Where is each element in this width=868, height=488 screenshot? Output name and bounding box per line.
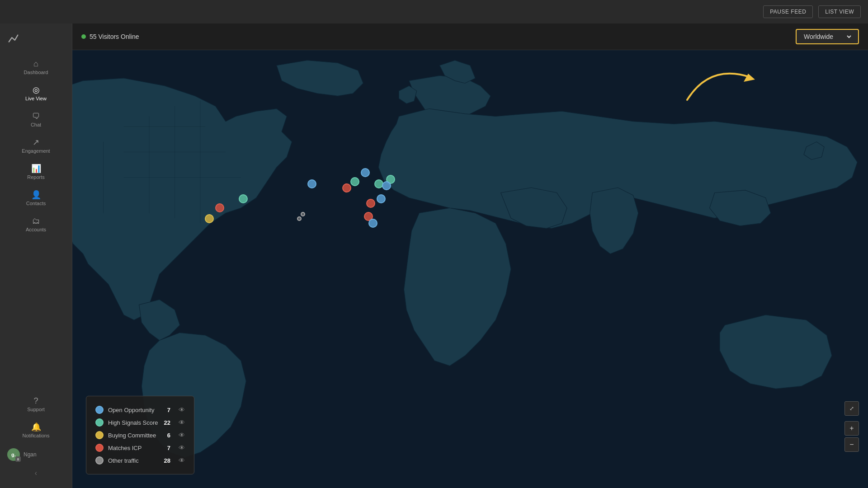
legend-label-high-signals: High Signals Score [108, 419, 160, 426]
zoom-controls: ⤢ + − [844, 401, 859, 452]
region-selector-wrapper: Worldwide North America Europe Asia Sout… [796, 29, 859, 44]
legend-dot-open-opportunity [95, 406, 104, 414]
zoom-out-button[interactable]: − [844, 437, 859, 452]
user-initial: g. [11, 452, 16, 457]
sidebar-item-label-support: Support [27, 407, 45, 412]
pause-feed-button[interactable]: PAUSE FEED [763, 5, 813, 18]
top-bar: PAUSE FEED LIST VIEW [0, 0, 868, 23]
legend-eye-buying-committee[interactable]: 👁 [179, 432, 185, 439]
chat-icon: 🗨 [32, 112, 40, 120]
list-view-button[interactable]: LIST VIEW [818, 5, 861, 18]
legend-count-other-traffic: 28 [164, 457, 170, 464]
sidebar-item-chat[interactable]: 🗨 Chat [0, 107, 72, 133]
content-area: 55 Visitors Online Worldwide North Ameri… [72, 23, 868, 488]
legend-eye-high-signals[interactable]: 👁 [179, 419, 185, 426]
legend-count-matches-icp: 7 [167, 445, 170, 451]
online-indicator [81, 34, 86, 39]
accounts-icon: 🗂 [32, 217, 40, 225]
dashboard-icon: ⌂ [33, 60, 38, 68]
map-header: 55 Visitors Online Worldwide North Ameri… [72, 23, 868, 50]
legend-dot-matches-icp [95, 444, 104, 452]
sidebar-item-label-live-view: Live View [25, 96, 47, 101]
engagement-icon: ↗ [33, 138, 39, 146]
legend-item-buying-committee: Buying Committee 6 👁 [95, 429, 185, 441]
map-legend: Open Opportunity 7 👁 High Signals Score … [86, 396, 194, 474]
notifications-icon: 🔔 [31, 423, 41, 431]
sidebar-item-dashboard[interactable]: ⌂ Dashboard [0, 54, 72, 80]
legend-dot-other-traffic [95, 456, 104, 465]
logo-icon [7, 33, 20, 45]
sidebar-item-label-accounts: Accounts [26, 227, 46, 232]
legend-item-other-traffic: Other traffic 28 👁 [95, 454, 185, 467]
sidebar-item-contacts[interactable]: 👤 Contacts [0, 185, 72, 211]
legend-eye-open-opportunity[interactable]: 👁 [179, 406, 185, 413]
legend-label-buying-committee: Buying Committee [108, 432, 163, 439]
collapse-sidebar-button[interactable]: ‹ [0, 465, 72, 481]
avatar: g. 8 [7, 448, 20, 461]
legend-item-high-signals: High Signals Score 22 👁 [95, 416, 185, 429]
sidebar-item-label-contacts: Contacts [26, 201, 46, 206]
sidebar: ⌂ Dashboard ◎ Live View 🗨 Chat ↗ Engagem… [0, 23, 72, 488]
sidebar-item-accounts[interactable]: 🗂 Accounts [0, 211, 72, 238]
legend-count-buying-committee: 6 [167, 432, 170, 439]
avatar-badge: 8 [15, 456, 21, 462]
reports-icon: 📊 [31, 164, 41, 173]
legend-label-matches-icp: Matches ICP [108, 445, 163, 451]
main-layout: ⌂ Dashboard ◎ Live View 🗨 Chat ↗ Engagem… [0, 23, 868, 488]
legend-dot-high-signals [95, 418, 104, 427]
support-icon: ? [33, 397, 38, 405]
region-select-container[interactable]: Worldwide North America Europe Asia Sout… [796, 29, 859, 44]
sidebar-item-support[interactable]: ? Support [0, 391, 72, 418]
legend-count-open-opportunity: 7 [167, 407, 170, 413]
live-view-icon: ◎ [33, 86, 40, 94]
sidebar-item-label-chat: Chat [31, 122, 41, 127]
user-avatar-section[interactable]: g. 8 Ngan [0, 444, 72, 465]
legend-eye-other-traffic[interactable]: 👁 [179, 457, 185, 464]
legend-dot-buying-committee [95, 431, 104, 439]
zoom-in-button[interactable]: + [844, 421, 859, 436]
sidebar-item-label-reports: Reports [27, 174, 45, 180]
sidebar-item-live-view[interactable]: ◎ Live View [0, 80, 72, 107]
visitors-online-label: 55 Visitors Online [90, 33, 139, 40]
legend-item-open-opportunity: Open Opportunity 7 👁 [95, 404, 185, 416]
legend-label-open-opportunity: Open Opportunity [108, 407, 163, 413]
user-name: Ngan [24, 451, 37, 458]
sidebar-item-notifications[interactable]: 🔔 Notifications [0, 418, 72, 444]
sidebar-item-label-notifications: Notifications [23, 433, 50, 438]
fullscreen-button[interactable]: ⤢ [844, 401, 859, 416]
map-container[interactable]: Open Opportunity 7 👁 High Signals Score … [72, 50, 868, 488]
sidebar-logo [0, 27, 72, 54]
region-select[interactable]: Worldwide North America Europe Asia Sout… [802, 33, 853, 41]
sidebar-item-reports[interactable]: 📊 Reports [0, 159, 72, 185]
sidebar-item-label-dashboard: Dashboard [24, 70, 48, 75]
sidebar-item-label-engagement: Engagement [22, 148, 50, 154]
legend-label-other-traffic: Other traffic [108, 457, 160, 464]
legend-count-high-signals: 22 [164, 419, 170, 426]
sidebar-item-engagement[interactable]: ↗ Engagement [0, 133, 72, 159]
visitors-online: 55 Visitors Online [81, 33, 139, 40]
contacts-icon: 👤 [31, 191, 41, 199]
legend-eye-matches-icp[interactable]: 👁 [179, 444, 185, 451]
sidebar-bottom: ? Support 🔔 Notifications g. 8 Ngan ‹ [0, 391, 72, 484]
legend-item-matches-icp: Matches ICP 7 👁 [95, 441, 185, 454]
